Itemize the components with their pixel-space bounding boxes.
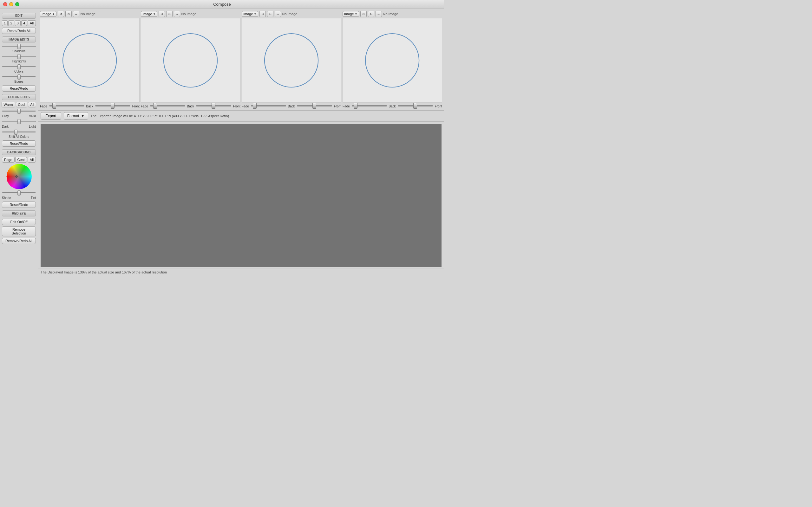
preview-panel-4: Image ▼ ↺ ↻ ↔ No Image Fade [343,11,442,110]
shadows-label: Shadows [2,49,36,53]
format-dropdown[interactable]: Format ▼ [64,112,88,120]
tab-1[interactable]: 1 [2,20,8,26]
shadows-slider-row: Shadows [2,44,36,53]
dark-light-slider[interactable] [2,119,36,124]
edges-label: Edges [2,80,36,83]
no-image-2: No Image [182,12,197,16]
image-edits-reset-redo[interactable]: Reset/Redo [2,85,36,92]
edit-on-off-button[interactable]: Edit On/Off [2,219,36,225]
back-slider-3[interactable] [297,104,332,108]
reset-redo-all-button[interactable]: Reset/Redo All [2,27,36,34]
tab-all[interactable]: All [28,20,36,26]
titlebar-buttons [3,2,19,6]
background-reset-redo[interactable]: Reset/Redo [2,202,36,208]
shift-all-slider-row: Shift All Colors [2,130,36,138]
fade-slider-3[interactable] [251,104,286,108]
back-slider-4[interactable] [398,104,433,108]
preview-toolbar-1: Image ▼ ↺ ↻ ↔ No Image [40,11,140,17]
no-image-4: No Image [383,12,398,16]
previews-row: Image ▼ ↺ ↻ ↔ No Image Fade [38,9,444,111]
titlebar: Compose [0,0,444,9]
edges-slider-row: Edges [2,74,36,83]
flip-btn-4[interactable]: ↔ [375,11,382,17]
rotate-right-btn-1[interactable]: ↻ [65,11,72,17]
cent-button[interactable]: Cent [15,157,27,163]
back-slider-1[interactable] [95,104,131,108]
num-tabs-row: 1 2 3 4 All [2,20,36,26]
fade-label-2: Fade [141,105,148,108]
dropdown-arrow-3: ▼ [254,13,257,15]
image-dropdown-1[interactable]: Image ▼ [40,11,56,17]
circle-svg-3 [249,25,334,96]
tab-3[interactable]: 3 [15,20,20,26]
flip-btn-3[interactable]: ↔ [275,11,281,17]
rotate-right-btn-2[interactable]: ↻ [166,11,172,17]
remove-selection-button[interactable]: Remove Selection [2,226,36,236]
front-label-3: Front [334,105,341,108]
rotate-left-btn-1[interactable]: ↺ [58,11,64,17]
image-dropdown-4[interactable]: Image ▼ [343,11,359,17]
tab-2[interactable]: 2 [8,20,14,26]
flip-btn-1[interactable]: ↔ [73,11,79,17]
export-button[interactable]: Export [41,112,61,120]
color-wheel[interactable] [6,164,32,189]
red-eye-header: RED EYE [2,210,36,216]
rotate-left-btn-2[interactable]: ↺ [159,11,165,17]
preview-canvas-1[interactable] [40,18,140,103]
color-wheel-container[interactable] [2,164,36,189]
colors-slider[interactable] [2,64,36,69]
fade-slider-1[interactable] [49,104,84,108]
fade-slider-container-4 [352,104,387,109]
shade-tint-slider[interactable] [2,190,36,195]
color-edits-reset-redo[interactable]: Reset/Redo [2,140,36,147]
minimize-button[interactable] [9,2,13,6]
bg-all-button[interactable]: All [28,157,36,163]
edges-slider[interactable] [2,74,36,79]
circle-svg-1 [48,25,132,96]
highlights-slider-row: Highlights [2,54,36,63]
fade-slider-4[interactable] [352,104,387,108]
dropdown-arrow-1: ▼ [52,13,55,15]
image-dropdown-3[interactable]: Image ▼ [242,11,258,17]
preview-canvas-4[interactable] [343,18,442,103]
color-all-button[interactable]: All [28,102,36,107]
back-slider-container-1 [95,104,131,109]
fade-slider-2[interactable] [150,104,185,108]
preview-toolbar-2: Image ▼ ↺ ↻ ↔ No Image [141,11,241,17]
edge-button[interactable]: Edge [2,157,14,163]
maximize-button[interactable] [15,2,19,6]
right-area: Image ▼ ↺ ↻ ↔ No Image Fade [38,9,444,276]
shade-tint-slider-row: Shade Tint [2,190,36,200]
front-label-1: Front [132,105,140,108]
tab-4[interactable]: 4 [21,20,27,26]
fade-row-1: Fade Back Front [40,103,140,110]
close-button[interactable] [3,2,7,6]
warm-button[interactable]: Warm [2,102,15,107]
image-dropdown-2[interactable]: Image ▼ [141,11,157,17]
rotate-right-btn-4[interactable]: ↻ [368,11,374,17]
no-image-3: No Image [282,12,298,16]
dropdown-arrow-4: ▼ [355,13,357,15]
preview-toolbar-3: Image ▼ ↺ ↻ ↔ No Image [242,11,341,17]
gray-vivid-slider[interactable] [2,109,36,113]
fade-slider-container-2 [150,104,185,109]
flip-btn-2[interactable]: ↔ [174,11,180,17]
back-slider-2[interactable] [196,104,231,108]
main-canvas-area[interactable]: The Displayed Image is 139% of the actua… [38,122,444,276]
fade-row-3: Fade Back Front [242,103,341,110]
rotate-left-btn-3[interactable]: ↺ [259,11,266,17]
rotate-right-btn-3[interactable]: ↻ [267,11,273,17]
shadows-slider[interactable] [2,44,36,49]
svg-point-2 [264,34,318,87]
shift-all-slider[interactable] [2,130,36,134]
highlights-slider[interactable] [2,54,36,59]
remove-redo-all-button[interactable]: Remove/Redo All [2,238,36,244]
rotate-left-btn-4[interactable]: ↺ [360,11,367,17]
main-canvas[interactable] [41,124,442,267]
cool-button[interactable]: Cool [16,102,28,107]
fade-label-4: Fade [343,105,350,108]
preview-canvas-2[interactable] [141,18,241,103]
format-arrow: ▼ [81,114,85,118]
front-label-4: Front [435,105,442,108]
preview-canvas-3[interactable] [242,18,341,103]
